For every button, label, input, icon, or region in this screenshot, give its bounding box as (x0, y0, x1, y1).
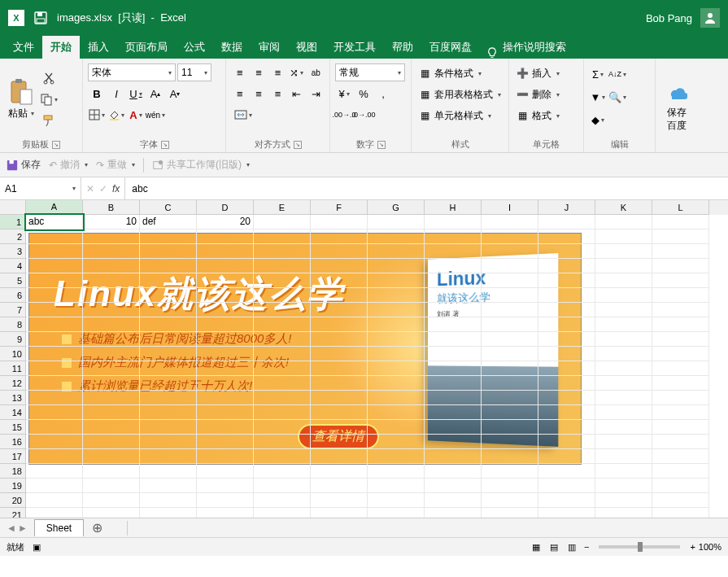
row-header[interactable]: 18 (0, 464, 26, 479)
cell[interactable] (197, 493, 254, 508)
view-page-layout-button[interactable]: ▤ (545, 540, 563, 554)
cell[interactable] (83, 303, 140, 317)
qat-share-workbook-button[interactable]: 共享工作簿(旧版)▾ (152, 158, 250, 172)
increase-decimal-button[interactable]: .00→.0 (335, 106, 353, 124)
cell[interactable] (652, 508, 709, 518)
cell[interactable] (83, 420, 140, 435)
wrap-text-button[interactable]: ab (307, 63, 325, 81)
row-header[interactable]: 2 (0, 229, 26, 244)
cell[interactable] (652, 376, 709, 391)
cell[interactable] (254, 288, 311, 303)
cell[interactable] (425, 449, 482, 464)
cell[interactable] (140, 376, 197, 391)
cell[interactable] (425, 479, 482, 493)
cell[interactable] (26, 259, 83, 273)
merge-center-button[interactable]: ▾ (231, 106, 255, 124)
cell[interactable] (311, 347, 368, 361)
phonetic-button[interactable]: wén▾ (146, 106, 164, 124)
macro-record-icon[interactable]: ▣ (33, 542, 41, 553)
cell[interactable] (538, 215, 595, 229)
cell[interactable]: 20 (197, 215, 254, 229)
cell[interactable] (368, 273, 425, 288)
cell[interactable] (538, 435, 595, 449)
tab-help[interactable]: 帮助 (384, 36, 421, 59)
cell[interactable] (197, 376, 254, 391)
cell-styles-button[interactable]: ▦单元格样式▾ (416, 107, 503, 124)
cell[interactable] (140, 449, 197, 464)
cell[interactable] (425, 229, 482, 244)
cell[interactable] (197, 347, 254, 361)
cell[interactable] (254, 347, 311, 361)
font-color-button[interactable]: A▾ (127, 106, 145, 124)
cell[interactable] (83, 288, 140, 303)
cell[interactable] (482, 376, 538, 391)
cell[interactable] (368, 420, 425, 435)
cell[interactable] (26, 361, 83, 376)
zoom-slider[interactable] (599, 545, 680, 549)
cell[interactable] (83, 273, 140, 288)
cell[interactable] (425, 303, 482, 317)
align-right-button[interactable]: ≡ (269, 85, 286, 103)
cell[interactable] (26, 273, 83, 288)
cell[interactable] (538, 464, 595, 479)
cell[interactable] (140, 420, 197, 435)
row-header[interactable]: 13 (0, 391, 26, 405)
cell[interactable] (254, 479, 311, 493)
cell[interactable] (197, 332, 254, 347)
cell[interactable] (254, 361, 311, 376)
increase-font-button[interactable]: A▴ (146, 85, 164, 103)
paste-button[interactable]: 粘贴▾ (5, 62, 37, 137)
cell[interactable] (311, 259, 368, 273)
cell[interactable] (26, 435, 83, 449)
cell[interactable] (595, 493, 652, 508)
row-header[interactable]: 12 (0, 376, 26, 391)
cell[interactable] (311, 508, 368, 518)
row-header[interactable]: 17 (0, 449, 26, 464)
cell[interactable] (140, 273, 197, 288)
column-header[interactable]: A (26, 200, 83, 215)
cell[interactable] (26, 508, 83, 518)
accounting-format-button[interactable]: ¥▾ (335, 85, 353, 103)
user-avatar[interactable] (700, 8, 720, 28)
cell[interactable] (26, 493, 83, 508)
cell[interactable] (140, 229, 197, 244)
cell[interactable] (482, 303, 538, 317)
cell[interactable] (538, 317, 595, 332)
cell[interactable] (368, 464, 425, 479)
cell[interactable] (83, 259, 140, 273)
sheet-nav-first[interactable]: ◄ (7, 522, 16, 534)
column-header[interactable]: L (652, 200, 709, 215)
cell[interactable] (368, 229, 425, 244)
cell[interactable] (311, 288, 368, 303)
cell[interactable] (538, 288, 595, 303)
cell[interactable] (595, 303, 652, 317)
cell[interactable] (140, 464, 197, 479)
cell[interactable] (26, 405, 83, 420)
cell[interactable] (368, 317, 425, 332)
cell[interactable] (482, 464, 538, 479)
cell[interactable] (311, 229, 368, 244)
cell[interactable] (368, 215, 425, 229)
cell[interactable] (311, 479, 368, 493)
cell[interactable] (26, 244, 83, 259)
column-header[interactable]: B (83, 200, 140, 215)
cell[interactable] (368, 347, 425, 361)
cell[interactable] (538, 508, 595, 518)
decrease-decimal-button[interactable]: .0→.00 (355, 106, 373, 124)
cell[interactable] (368, 508, 425, 518)
cell[interactable] (197, 420, 254, 435)
cell[interactable] (140, 259, 197, 273)
cell[interactable] (26, 229, 83, 244)
cell[interactable] (538, 493, 595, 508)
cell[interactable] (482, 435, 538, 449)
cell[interactable] (425, 215, 482, 229)
cell[interactable] (652, 244, 709, 259)
cell[interactable] (26, 391, 83, 405)
cell[interactable] (26, 376, 83, 391)
cell[interactable] (140, 332, 197, 347)
insert-cells-button[interactable]: ➕插入▾ (514, 65, 578, 81)
cell[interactable] (197, 288, 254, 303)
cell[interactable] (482, 405, 538, 420)
cell[interactable] (368, 288, 425, 303)
fill-button[interactable]: ▼▾ (589, 88, 607, 106)
